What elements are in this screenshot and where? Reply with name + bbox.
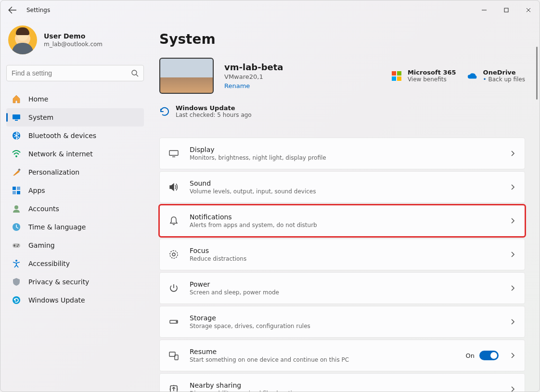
setting-nearby[interactable]: Nearby sharingDiscoverability, received … <box>159 373 525 392</box>
nearby-icon <box>168 384 179 392</box>
setting-subtitle: Reduce distractions <box>190 255 499 262</box>
nav-item-apps[interactable]: Apps <box>6 181 144 200</box>
user-profile[interactable]: User Demo m_lab@outlook.com <box>6 25 144 54</box>
close-button[interactable] <box>517 0 540 20</box>
toggle-resume[interactable] <box>479 351 499 360</box>
system-icon <box>12 113 21 122</box>
maximize-button[interactable] <box>495 0 517 20</box>
user-name: User Demo <box>44 32 103 40</box>
nav-item-home[interactable]: Home <box>6 90 144 108</box>
nav-item-personalization[interactable]: Personalization <box>6 163 144 181</box>
back-button[interactable] <box>8 6 17 14</box>
chevron-right-icon <box>509 251 516 258</box>
setting-resume[interactable]: ResumeStart something on one device and … <box>159 340 525 371</box>
quicklink-onedrive[interactable]: OneDriveBack up files <box>467 69 525 83</box>
svg-rect-29 <box>169 352 175 356</box>
svg-point-12 <box>14 205 18 209</box>
privacy-icon <box>12 278 21 286</box>
user-email: m_lab@outlook.com <box>44 41 103 48</box>
setting-notifications[interactable]: NotificationsAlerts from apps and system… <box>159 205 525 237</box>
setting-power[interactable]: PowerScreen and sleep, power mode <box>159 272 525 304</box>
search-input[interactable] <box>12 69 131 77</box>
svg-point-6 <box>15 155 17 157</box>
nav-item-system[interactable]: System <box>6 108 144 126</box>
setting-subtitle: Alerts from apps and system, do not dist… <box>190 222 499 228</box>
home-icon <box>12 95 21 103</box>
nav-label: Apps <box>28 187 45 194</box>
setting-title: Display <box>190 146 499 153</box>
nav-label: Time & language <box>28 223 86 231</box>
resume-icon <box>168 350 179 361</box>
quicklink-windows-update[interactable]: Windows UpdateLast checked: 5 hours ago <box>159 104 252 118</box>
setting-title: Notifications <box>190 213 499 221</box>
nav-item-time[interactable]: Time & language <box>6 218 144 236</box>
setting-subtitle: Volume levels, output, input, sound devi… <box>190 188 499 195</box>
onedrive-icon <box>467 71 477 81</box>
focus-icon <box>168 249 179 260</box>
setting-title: Focus <box>190 247 499 254</box>
scrollbar[interactable] <box>536 47 538 100</box>
search-box[interactable] <box>6 65 144 81</box>
setting-focus[interactable]: FocusReduce distractions <box>159 239 525 270</box>
update-icon <box>12 296 21 304</box>
nav-item-gaming[interactable]: Gaming <box>6 236 144 254</box>
nav-label: Personalization <box>28 168 79 176</box>
setting-title: Sound <box>190 179 499 187</box>
setting-sound[interactable]: SoundVolume levels, output, input, sound… <box>159 171 525 203</box>
setting-storage[interactable]: StorageStorage space, drives, configurat… <box>159 306 525 338</box>
svg-point-16 <box>17 246 18 247</box>
avatar <box>8 25 37 54</box>
time-icon <box>12 223 21 231</box>
chevron-right-icon <box>509 150 516 157</box>
nav-item-privacy[interactable]: Privacy & security <box>6 273 144 291</box>
device-thumbnail[interactable] <box>159 58 214 94</box>
svg-rect-23 <box>169 151 178 155</box>
nav-item-update[interactable]: Windows Update <box>6 291 144 309</box>
update-icon <box>159 106 170 117</box>
chevron-right-icon <box>509 217 516 224</box>
device-model: VMware20,1 <box>224 73 283 80</box>
setting-title: Power <box>190 280 499 288</box>
notifications-icon <box>168 215 179 226</box>
bluetooth-icon <box>12 131 21 140</box>
nav-label: Accounts <box>28 205 59 213</box>
nav-label: Home <box>28 95 48 103</box>
chevron-right-icon <box>509 352 516 359</box>
svg-rect-20 <box>397 71 401 76</box>
nav-item-accessibility[interactable]: Accessibility <box>6 254 144 273</box>
svg-rect-3 <box>13 114 20 119</box>
nav-label: Network & internet <box>28 150 93 158</box>
minimize-button[interactable] <box>473 0 495 20</box>
chevron-right-icon <box>509 386 516 392</box>
setting-title: Storage <box>190 314 499 322</box>
svg-rect-21 <box>392 76 396 81</box>
power-icon <box>168 283 179 293</box>
svg-point-25 <box>170 251 178 258</box>
setting-display[interactable]: DisplayMonitors, brightness, night light… <box>159 138 525 169</box>
setting-subtitle: Storage space, drives, configuration rul… <box>190 323 499 329</box>
setting-subtitle: Start something on one device and contin… <box>190 356 455 363</box>
svg-point-18 <box>13 296 20 304</box>
svg-point-2 <box>132 70 137 75</box>
nav-item-bluetooth[interactable]: Bluetooth & devices <box>6 126 144 145</box>
setting-title: Nearby sharing <box>190 381 499 389</box>
chevron-right-icon <box>509 318 516 325</box>
gaming-icon <box>12 241 21 250</box>
svg-rect-11 <box>17 191 20 194</box>
accounts-icon <box>12 204 21 213</box>
svg-point-28 <box>176 321 177 322</box>
device-name: vm-lab-beta <box>224 62 283 72</box>
nav-label: Privacy & security <box>28 278 89 286</box>
rename-link[interactable]: Rename <box>224 82 283 89</box>
sound-icon <box>168 182 179 192</box>
nav-label: Windows Update <box>28 296 85 304</box>
microsoft365-icon <box>391 71 402 81</box>
nav-item-accounts[interactable]: Accounts <box>6 200 144 218</box>
setting-subtitle: Monitors, brightness, night light, displ… <box>190 154 499 161</box>
nav-label: Accessibility <box>28 260 70 267</box>
nav-label: System <box>28 114 53 121</box>
svg-rect-10 <box>13 191 16 194</box>
nav-item-network[interactable]: Network & internet <box>6 145 144 163</box>
svg-rect-22 <box>397 76 401 81</box>
quicklink-microsoft365[interactable]: Microsoft 365View benefits <box>391 69 456 83</box>
